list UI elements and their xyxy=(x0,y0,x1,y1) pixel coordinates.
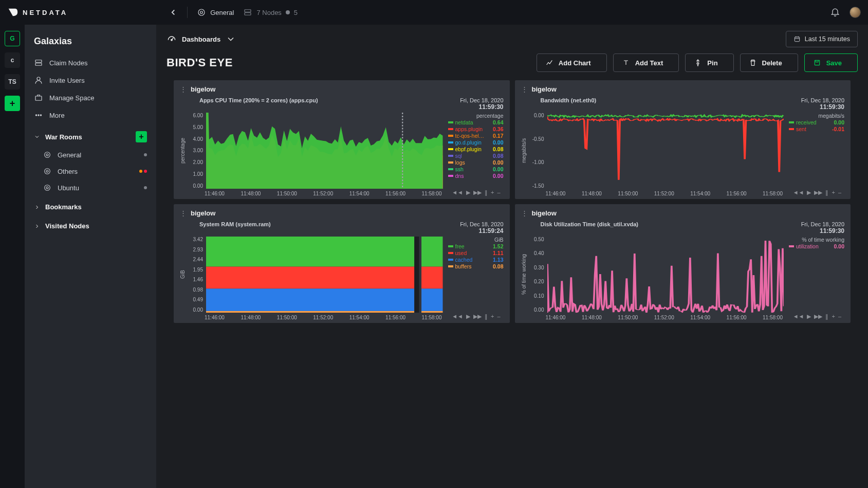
notifications-button[interactable] xyxy=(830,7,840,19)
dashboards-dropdown[interactable]: Dashboards xyxy=(167,34,236,44)
x-tick: 11:48:00 xyxy=(241,191,261,196)
drag-handle-icon[interactable]: ⋮ xyxy=(521,85,528,93)
chart-control[interactable]: ▶▶ xyxy=(473,189,482,196)
add-chart-button[interactable]: Add Chart xyxy=(537,53,607,72)
y-ticks: 0.500.400.300.200.100.00 xyxy=(530,237,544,313)
room-icon xyxy=(43,167,51,175)
collapse-sidebar-icon[interactable] xyxy=(169,8,178,17)
pin-button[interactable]: Pin xyxy=(685,53,733,72)
chart-control[interactable]: + xyxy=(491,313,494,320)
chart-control[interactable]: ▶ xyxy=(466,189,470,196)
chart-control[interactable]: – xyxy=(497,189,500,196)
nodes-icon xyxy=(243,8,252,17)
chart-control[interactable]: ▶▶ xyxy=(814,313,822,320)
nodes-side: 5 xyxy=(294,9,298,16)
legend-value: -0.01 xyxy=(829,126,844,132)
chart-control[interactable]: ▶▶ xyxy=(814,189,822,196)
separator xyxy=(187,7,188,18)
chart-control[interactable]: ▶ xyxy=(466,313,470,320)
chart-control[interactable]: ◄◄ xyxy=(793,313,804,320)
x-tick: 11:46:00 xyxy=(205,315,225,320)
room-icon xyxy=(43,151,51,159)
sidebar-more[interactable]: More xyxy=(25,106,156,124)
room-others[interactable]: Others xyxy=(25,163,156,179)
chart-plot[interactable] xyxy=(206,113,443,189)
y-tick: -0.50 xyxy=(530,136,544,142)
sidebar-item-label: Claim Nodes xyxy=(49,59,87,67)
chart-title: Bandwidth (net.eth0) xyxy=(541,97,597,103)
svg-point-10 xyxy=(40,115,41,116)
workspace-c[interactable]: c xyxy=(5,52,20,68)
chart-node-name: bigelow xyxy=(532,85,557,93)
x-tick: 11:52:00 xyxy=(654,191,674,196)
chart-legend: percentage netdata 0.64 apps.plugin 0.36… xyxy=(446,113,504,189)
chevron-right-icon xyxy=(34,204,40,210)
sidebar-invite-users[interactable]: Invite Users xyxy=(25,71,156,89)
y-tick: 4.00 xyxy=(189,136,203,142)
workspace-ts[interactable]: TS xyxy=(5,74,20,89)
btn-label: Save xyxy=(826,59,842,67)
nodes-counter[interactable]: 7 Nodes 5 xyxy=(243,8,298,17)
legend-row: dns 0.00 xyxy=(446,173,504,179)
x-tick: 11:46:00 xyxy=(546,315,566,320)
svg-rect-7 xyxy=(35,96,42,100)
drag-handle-icon[interactable]: ⋮ xyxy=(180,85,187,93)
war-rooms-section[interactable]: War Rooms + xyxy=(25,124,156,147)
room-ubuntu[interactable]: Ubuntu xyxy=(25,179,156,196)
chart-control[interactable]: – xyxy=(838,313,841,320)
legend-row: ebpf.plugin 0.08 xyxy=(446,146,504,152)
chart-plot[interactable] xyxy=(547,113,784,189)
x-tick: 11:56:00 xyxy=(385,191,405,196)
user-avatar[interactable] xyxy=(849,7,861,18)
current-room-label: General xyxy=(210,9,234,16)
legend-swatch xyxy=(789,245,794,247)
bookmarks-label: Bookmarks xyxy=(45,203,82,211)
svg-rect-27 xyxy=(421,237,442,267)
sidebar-manage-space[interactable]: Manage Space xyxy=(25,89,156,106)
add-text-button[interactable]: Add Text xyxy=(613,53,679,72)
legend-swatch xyxy=(789,128,794,130)
chart-plot[interactable] xyxy=(547,237,784,313)
legend-row: utilization 0.00 xyxy=(787,243,844,249)
chart-control[interactable]: ▶ xyxy=(807,189,811,196)
y-tick: 0.49 xyxy=(189,297,203,302)
chart-control[interactable]: – xyxy=(838,189,841,196)
chart-control[interactable]: ◄◄ xyxy=(452,189,463,196)
chart-control[interactable]: + xyxy=(832,189,835,196)
legend-unit: percentage xyxy=(446,113,504,119)
chart-control[interactable]: ▶▶ xyxy=(473,313,482,320)
chart-control[interactable]: – xyxy=(497,313,500,320)
chart-control[interactable]: ◄◄ xyxy=(452,313,463,320)
legend-row: sent -0.01 xyxy=(787,126,844,132)
drag-handle-icon[interactable]: ⋮ xyxy=(521,209,528,217)
visited-nodes-section[interactable]: Visited Nodes xyxy=(25,215,156,234)
sidebar-claim-nodes[interactable]: Claim Nodes xyxy=(25,54,156,71)
legend-value: 0.00 xyxy=(488,139,504,146)
current-room[interactable]: General xyxy=(197,8,234,17)
chart-control[interactable]: ‖ xyxy=(485,313,488,320)
chart-control[interactable]: ‖ xyxy=(825,189,828,196)
add-room-button[interactable]: + xyxy=(136,131,147,142)
legend-value: 0.08 xyxy=(488,146,504,152)
chart-plot[interactable] xyxy=(206,237,443,313)
brand-logo[interactable]: NETDATA xyxy=(7,7,68,18)
drag-handle-icon[interactable]: ⋮ xyxy=(180,209,187,217)
y-ticks: 0.00-0.50-1.00-1.50 xyxy=(530,113,544,189)
dashboard-actions: BIRD'S EYE Add Chart Add Text Pin Delete… xyxy=(156,53,868,80)
svg-point-13 xyxy=(45,169,50,174)
save-button[interactable]: Save xyxy=(804,53,858,72)
btn-label: Add Text xyxy=(635,59,663,67)
y-tick: 0.50 xyxy=(530,237,544,242)
chart-control[interactable]: ◄◄ xyxy=(793,189,804,196)
workspace-g[interactable]: G xyxy=(5,31,20,46)
chart-control[interactable]: ‖ xyxy=(825,313,828,320)
chart-control[interactable]: ‖ xyxy=(485,189,488,196)
chart-control[interactable]: + xyxy=(491,189,494,196)
delete-button[interactable]: Delete xyxy=(740,53,798,72)
add-workspace-button[interactable]: + xyxy=(5,96,20,111)
room-general[interactable]: General xyxy=(25,147,156,163)
bookmarks-section[interactable]: Bookmarks xyxy=(25,196,156,215)
chart-control[interactable]: ▶ xyxy=(807,313,811,320)
timeframe-picker[interactable]: Last 15 minutes xyxy=(786,31,858,47)
chart-control[interactable]: + xyxy=(832,313,835,320)
